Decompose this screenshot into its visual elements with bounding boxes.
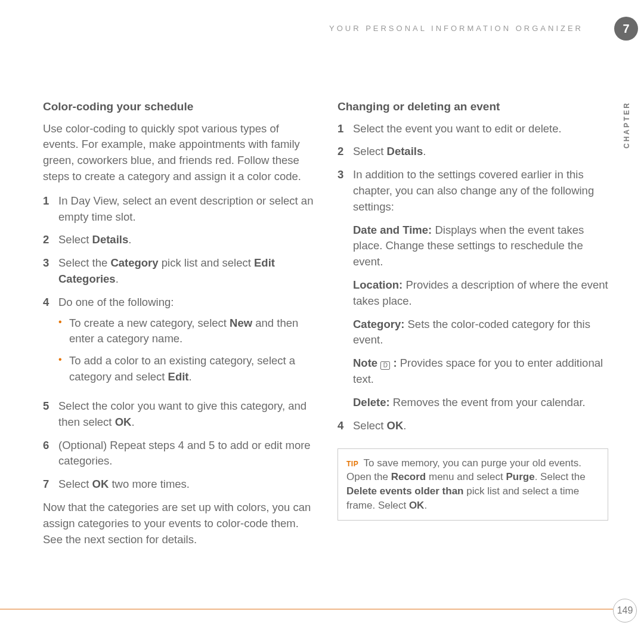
running-header: YOUR PERSONAL INFORMATION ORGANIZER: [43, 24, 608, 33]
setting-note: Note D : Provides space for you to enter…: [353, 355, 608, 388]
left-steps: 1 In Day View, select an event descripti…: [43, 193, 314, 493]
left-step-6: 6 (Optional) Repeat steps 4 and 5 to add…: [43, 438, 314, 470]
setting-location: Location: Provides a description of wher…: [353, 277, 608, 309]
step-number: 1: [43, 193, 58, 225]
content-columns: Color-coding your schedule Use color-cod…: [43, 98, 608, 556]
bullet-dot-icon: •: [58, 315, 69, 348]
footer-rule: [0, 609, 613, 609]
setting-category: Category: Sets the color-coded category …: [353, 317, 608, 349]
step-number: 5: [43, 398, 58, 431]
bullet-text: To create a new category, select New and…: [69, 315, 314, 348]
left-heading: Color-coding your schedule: [43, 98, 314, 115]
step-number: 2: [338, 144, 353, 160]
step-number: 4: [43, 295, 58, 391]
chapter-side-label: CHAPTER: [623, 101, 631, 148]
left-intro: Use color-coding to quickly spot various…: [43, 121, 314, 185]
step-text: Select OK two more times.: [58, 476, 314, 493]
left-step-4: 4 Do one of the following: • To create a…: [43, 295, 314, 391]
left-step-5: 5 Select the color you want to give this…: [43, 398, 314, 431]
right-step-4: 4 Select OK.: [338, 418, 608, 434]
step-text: (Optional) Repeat steps 4 and 5 to add o…: [58, 438, 314, 470]
left-step-3: 3 Select the Category pick list and sele…: [43, 255, 314, 287]
right-heading: Changing or deleting an event: [338, 98, 608, 115]
step-text: In addition to the settings covered earl…: [353, 167, 608, 411]
step-number: 4: [338, 418, 353, 434]
tip-label: TIP: [346, 460, 358, 468]
tip-box: TIP To save memory, you can purge your o…: [338, 448, 608, 521]
step-number: 7: [43, 476, 58, 493]
right-steps: 1 Select the event you want to edit or d…: [338, 121, 608, 434]
step-text: Select OK.: [353, 418, 608, 434]
step-number: 3: [43, 255, 58, 287]
step-text: Select the Category pick list and select…: [58, 255, 314, 287]
page-number: 149: [613, 599, 637, 623]
right-step-3: 3 In addition to the settings covered ea…: [338, 167, 608, 411]
step-text: Select the color you want to give this c…: [58, 398, 314, 431]
step-number: 2: [43, 232, 58, 248]
left-outro: Now that the categories are set up with …: [43, 500, 314, 547]
chapter-number-badge: 7: [614, 17, 638, 41]
left-step-4-bullets: • To create a new category, select New a…: [58, 315, 314, 385]
step-text: Select the event you want to edit or del…: [353, 121, 608, 137]
left-step-7: 7 Select OK two more times.: [43, 476, 314, 493]
setting-date-time: Date and Time: Displays when the event t…: [353, 222, 608, 270]
note-icon: D: [380, 361, 390, 370]
bullet-dot-icon: •: [58, 353, 69, 385]
step-text: Do one of the following: • To create a n…: [58, 295, 314, 391]
step-number: 3: [338, 167, 353, 411]
step-text: In Day View, select an event description…: [58, 193, 314, 225]
page: YOUR PERSONAL INFORMATION ORGANIZER 7 CH…: [0, 0, 644, 644]
left-column: Color-coding your schedule Use color-cod…: [43, 98, 314, 556]
left-step-1: 1 In Day View, select an event descripti…: [43, 193, 314, 225]
bullet-text: To add a color to an existing category, …: [69, 353, 314, 385]
step-text: Select Details.: [58, 232, 314, 248]
right-step-2: 2 Select Details.: [338, 144, 608, 160]
right-column: Changing or deleting an event 1 Select t…: [338, 98, 608, 556]
right-step-1: 1 Select the event you want to edit or d…: [338, 121, 608, 137]
setting-delete: Delete: Removes the event from your cale…: [353, 395, 608, 411]
bullet-item: • To add a color to an existing category…: [58, 353, 314, 385]
bullet-item: • To create a new category, select New a…: [58, 315, 314, 348]
step-number: 1: [338, 121, 353, 137]
left-step-2: 2 Select Details.: [43, 232, 314, 248]
step-text: Select Details.: [353, 144, 608, 160]
step-number: 6: [43, 438, 58, 470]
